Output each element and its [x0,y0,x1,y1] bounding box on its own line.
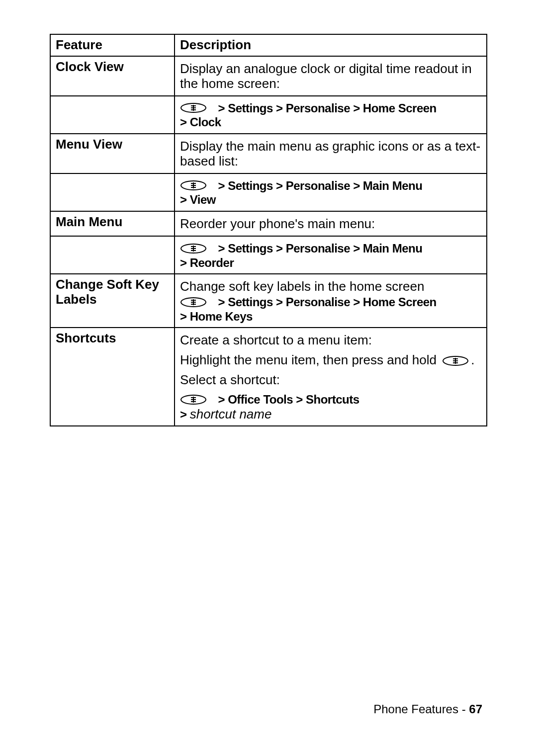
description-cell: Create a shortcut to a menu item: Highli… [175,328,487,426]
nav-sep: > [276,179,286,192]
description-text: Highlight the menu item, then press and … [180,352,437,367]
menu-key-icon [180,394,207,405]
nav-step: Settings [228,179,273,192]
nav-sep: > [180,310,190,323]
table-row: Clock View Display an analogue clock or … [50,56,487,96]
nav-sep: > [296,393,306,406]
table-row: Shortcuts Create a shortcut to a menu it… [50,328,487,426]
table-header-row: Feature Description [50,34,487,56]
feature-cell-shortcuts: Shortcuts [50,328,175,426]
table-row: > Settings > Personalise > Main Menu > R… [50,236,487,274]
description-cell: Change soft key labels in the home scree… [175,274,487,328]
description-text: . [471,352,474,367]
description-text: Change soft key labels in the home scree… [180,279,424,294]
header-feature: Feature [50,34,175,56]
menu-key-icon [180,297,207,308]
header-description: Description [175,34,487,56]
nav-step: Personalise [286,242,350,255]
description-text: Create a shortcut to a menu item: [180,333,372,347]
table-row: > Settings > Personalise > Main Menu > V… [50,173,487,211]
table-row: Main Menu Reorder your phone's main menu… [50,211,487,236]
nav-sep: > [276,242,286,255]
feature-cell-soft-key: Change Soft Key Labels [50,274,175,328]
nav-cell: > Settings > Personalise > Home Screen >… [175,96,487,134]
feature-cell-clock-view: Clock View [50,56,175,96]
nav-step: Personalise [286,295,350,309]
nav-sep: > [353,101,363,115]
page-footer: Phone Features - 67 [373,702,482,716]
description-text: Display the main menu as graphic icons o… [180,139,480,168]
nav-sep: > [276,295,286,309]
nav-sep: > [180,256,190,269]
description-text: Reorder your phone's main menu: [180,216,375,231]
table-row: Change Soft Key Labels Change soft key l… [50,274,487,328]
nav-step: Clock [190,115,221,129]
nav-step: Settings [228,242,273,255]
description-text: Display an analogue clock or digital tim… [180,61,472,91]
nav-sep: > [276,101,286,115]
description-text: Select a shortcut: [180,372,280,387]
menu-key-icon [442,355,469,366]
nav-sep: > [215,179,228,192]
nav-step-variable: shortcut name [190,407,272,421]
nav-sep: > [353,242,363,255]
nav-step: Personalise [286,179,350,192]
footer-section-label: Phone Features [373,702,458,716]
menu-key-icon [180,102,207,113]
nav-sep: > [180,193,190,206]
nav-step: Main Menu [363,179,423,192]
nav-sep: > [215,242,228,255]
nav-sep: > [353,295,363,309]
description-cell: Reorder your phone's main menu: [175,211,487,236]
nav-sep: > [180,115,190,129]
nav-sep: > [353,179,363,192]
nav-step: Office Tools [228,393,293,406]
footer-sep: - [458,702,469,716]
nav-sep: > [215,393,228,406]
table-row: Menu View Display the main menu as graph… [50,134,487,173]
nav-step: Settings [228,295,273,309]
menu-key-icon [180,180,207,191]
nav-step: Home Keys [190,310,253,323]
nav-step: Shortcuts [306,393,359,406]
nav-sep: > [180,408,190,421]
nav-step: Reorder [190,256,234,269]
feature-cell-empty [50,236,175,274]
table-row: > Settings > Personalise > Home Screen >… [50,96,487,134]
feature-cell-empty [50,96,175,134]
nav-step: Settings [228,101,273,115]
description-cell: Display the main menu as graphic icons o… [175,134,487,173]
manual-page: Feature Description Clock View Display a… [0,0,537,756]
nav-cell: > Settings > Personalise > Main Menu > V… [175,173,487,211]
feature-cell-main-menu: Main Menu [50,211,175,236]
description-cell: Display an analogue clock or digital tim… [175,56,487,96]
nav-step: View [190,193,216,206]
nav-step: Main Menu [363,242,423,255]
feature-cell-empty [50,173,175,211]
nav-sep: > [215,101,228,115]
feature-table: Feature Description Clock View Display a… [50,34,487,426]
feature-cell-menu-view: Menu View [50,134,175,173]
nav-step: Personalise [286,101,350,115]
nav-cell: > Settings > Personalise > Main Menu > R… [175,236,487,274]
menu-key-icon [180,243,207,254]
page-number: 67 [469,702,482,716]
nav-step: Home Screen [363,295,437,309]
nav-step: Home Screen [363,101,437,115]
nav-sep: > [215,295,228,309]
